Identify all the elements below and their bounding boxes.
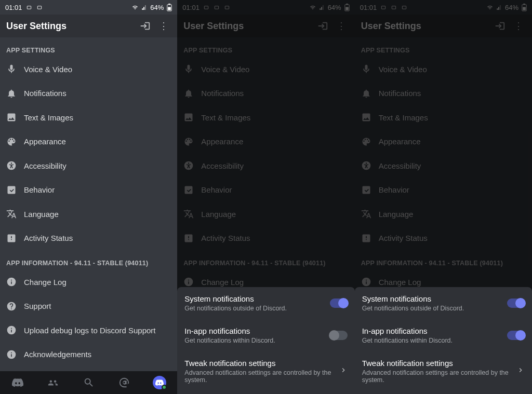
sheet-subtitle: Get notifications outside of Discord. [362,305,502,312]
svg-rect-3 [168,7,171,10]
mic-icon [6,64,24,74]
sheet-row-inapp[interactable]: In-app notifications Get notifications w… [355,319,532,351]
status-indicator-icon [401,5,408,10]
language-icon [6,209,24,219]
status-time: 01:01 [5,4,22,11]
logout-icon[interactable] [490,17,509,35]
row-changelog[interactable]: Change Log [0,270,177,294]
status-indicator-icon [390,5,397,10]
row-appearance[interactable]: Appearance [0,130,177,154]
sheet-title: System notifications [184,294,324,303]
sheet-subtitle: Get notifications outside of Discord. [184,305,324,312]
sheet-subtitle: Get notifications within Discord. [184,337,324,344]
overflow-menu-icon[interactable]: ⋮ [509,17,528,35]
sheet-subtitle: Advanced notification settings are contr… [362,369,511,384]
notification-bottom-sheet: System notifications Get notifications o… [177,287,354,394]
wifi-icon [309,5,316,10]
bottom-nav [0,371,177,394]
row-language[interactable]: Language [0,202,177,226]
status-indicator-icon [223,5,231,10]
status-battery-pct: 64% [328,4,341,11]
overflow-menu-icon[interactable]: ⋮ [154,17,173,35]
row-support[interactable]: Support [0,294,177,319]
sheet-row-tweak[interactable]: Tweak notification settings Advanced not… [177,351,354,391]
help-icon [6,301,24,311]
toggle-system-notifications[interactable] [507,298,525,308]
pane-sheet-inapp-on: 01:01 64% User Settings ⋮ APP SETTINGS V… [355,0,532,394]
info-icon [6,349,24,360]
nav-mentions-icon[interactable] [107,371,142,394]
settings-header: User Settings ⋮ [355,15,532,37]
pane-sheet-inapp-off: 01:01 64% User Settings ⋮ APP SETTINGS V… [177,0,354,394]
sheet-subtitle: Advanced notification settings are contr… [184,369,334,384]
logout-icon[interactable] [136,17,154,35]
settings-header: User Settings ⋮ [0,15,177,37]
bell-icon [6,88,24,99]
row-text-images[interactable]: Text & Images [0,105,177,130]
status-indicator-icon [380,5,387,10]
sheet-title: Tweak notification settings [362,359,511,368]
sheet-title: System notifications [362,294,502,303]
sheet-title: Tweak notification settings [184,359,334,368]
row-upload-debug[interactable]: Upload debug logs to Discord Support [0,318,177,343]
settings-scroll[interactable]: APP SETTINGS Voice & Video Notifications… [0,37,177,371]
toggle-system-notifications[interactable] [330,298,348,308]
logout-icon[interactable] [313,17,332,35]
nav-discord-icon[interactable] [0,371,35,394]
svg-rect-9 [523,7,526,10]
status-bar: 01:01 64% [355,0,532,15]
pane-settings-full: 01:01 64% User Settings ⋮ APP SETTINGS V… [0,0,177,394]
row-acknowledgements[interactable]: Acknowledgements [0,343,177,367]
status-battery-pct: 64% [150,4,164,11]
settings-header: User Settings ⋮ [177,15,354,37]
signal-icon [141,5,148,10]
section-app-settings: APP SETTINGS [0,37,177,57]
sheet-row-system[interactable]: System notifications Get notifications o… [177,287,354,319]
sheet-row-inapp[interactable]: In-app notifications Get notifications w… [177,319,354,351]
status-time: 01:01 [182,4,200,11]
palette-icon [6,137,24,147]
status-bar: 01:01 64% [0,0,177,15]
activity-icon [6,233,24,243]
row-activity-status[interactable]: Activity Status [0,226,177,251]
header-title: User Settings [6,21,136,32]
toggle-inapp-notifications[interactable] [507,331,525,340]
sheet-row-system[interactable]: System notifications Get notifications o… [355,287,532,319]
nav-friends-icon[interactable] [35,371,71,394]
status-bar: 01:01 64% [177,0,354,15]
nav-profile-icon[interactable] [142,371,177,394]
overflow-menu-icon[interactable]: ⋮ [332,17,351,35]
sheet-subtitle: Get notifications within Discord. [362,337,502,344]
info-icon [6,325,24,335]
battery-icon [344,4,350,11]
svg-rect-6 [345,7,349,10]
sheet-title: In-app notifications [362,327,502,335]
chevron-right-icon [339,366,348,376]
sheet-row-tweak[interactable]: Tweak notification settings Advanced not… [355,351,532,391]
toggle-inapp-notifications[interactable] [330,331,348,340]
accessibility-icon [6,160,24,171]
wifi-icon [486,5,494,10]
section-app-info: APP INFORMATION - 94.11 - STABLE (94011) [0,250,177,270]
signal-icon [496,5,503,10]
battery-icon [167,4,172,11]
row-behavior[interactable]: Behavior [0,178,177,202]
info-icon [6,277,24,287]
nav-search-icon[interactable] [71,371,107,394]
status-indicator-icon [203,5,210,10]
sheet-title: In-app notifications [184,327,324,335]
wifi-icon [131,5,139,10]
image-icon [6,112,24,123]
row-accessibility[interactable]: Accessibility [0,154,177,178]
signal-icon [318,5,326,10]
status-battery-pct: 64% [505,4,518,11]
status-time: 01:01 [360,4,377,11]
notification-bottom-sheet: System notifications Get notifications o… [355,287,532,394]
status-indicator-icon [36,5,43,10]
row-notifications[interactable]: Notifications [0,81,177,106]
status-indicator-icon [25,5,33,10]
battery-icon [522,4,527,11]
behavior-icon [6,185,24,195]
header-title: User Settings [361,21,490,32]
row-voice-video[interactable]: Voice & Video [0,57,177,81]
